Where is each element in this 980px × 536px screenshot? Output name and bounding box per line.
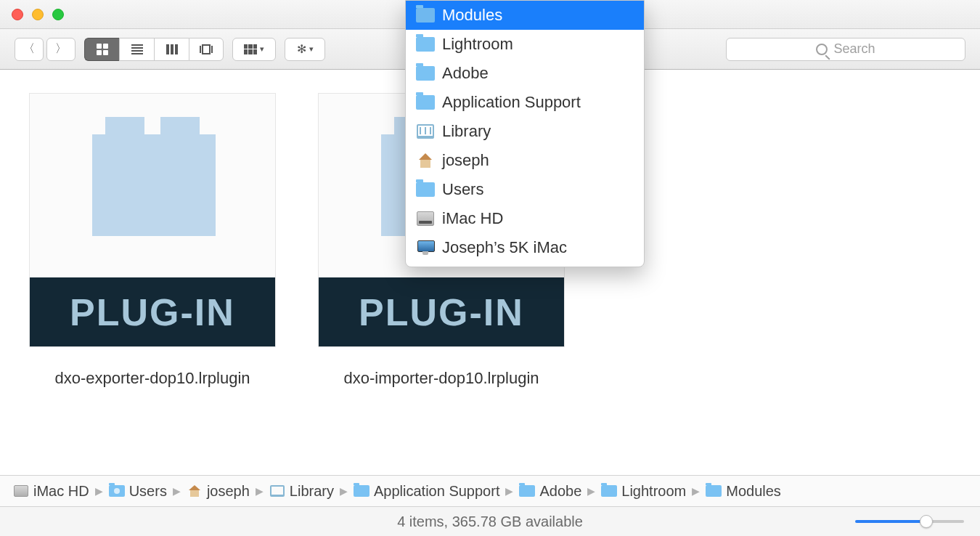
coverflow-icon bbox=[200, 44, 213, 54]
dropdown-item-label: Adobe bbox=[442, 64, 489, 83]
minimize-window-button[interactable] bbox=[32, 9, 44, 20]
path-segment-application-support[interactable]: Application Support bbox=[354, 483, 499, 500]
path-label: Users bbox=[129, 483, 167, 500]
path-separator-icon: ▶ bbox=[256, 485, 264, 497]
slider-track bbox=[855, 520, 964, 523]
folder-icon bbox=[519, 484, 535, 498]
dropdown-item-label: iMac HD bbox=[442, 209, 503, 228]
folder-icon bbox=[706, 484, 722, 498]
monitor-icon bbox=[416, 240, 435, 256]
path-separator-icon: ▶ bbox=[692, 485, 700, 497]
path-label: joseph bbox=[207, 483, 250, 500]
path-segment-library[interactable]: Library bbox=[269, 483, 334, 500]
folder-icon bbox=[416, 182, 435, 198]
folder-icon bbox=[416, 65, 435, 81]
file-label: dxo-exporter-dop10.lrplugin bbox=[54, 369, 250, 388]
path-segment-modules[interactable]: Modules bbox=[706, 483, 781, 500]
path-segment-imac-hd[interactable]: iMac HD bbox=[13, 483, 89, 500]
path-separator-icon: ▶ bbox=[340, 485, 348, 497]
folder-icon bbox=[416, 7, 435, 23]
view-coverflow-button[interactable] bbox=[189, 38, 224, 61]
path-dropdown-menu: Modules Lightroom Adobe Application Supp… bbox=[405, 0, 645, 267]
folder-icon bbox=[416, 94, 435, 110]
action-button[interactable]: ✻ ▾ bbox=[285, 38, 325, 61]
dropdown-item-label: Modules bbox=[442, 6, 502, 25]
chevron-down-icon: ▾ bbox=[260, 44, 264, 54]
path-label: Modules bbox=[726, 483, 781, 500]
status-text: 4 items, 365.78 GB available bbox=[397, 513, 583, 530]
dropdown-item-application-support[interactable]: Application Support bbox=[406, 88, 644, 117]
home-icon bbox=[187, 484, 203, 498]
search-icon bbox=[816, 44, 828, 55]
close-window-button[interactable] bbox=[12, 9, 23, 20]
path-label: Application Support bbox=[374, 483, 499, 500]
folder-icon bbox=[601, 484, 617, 498]
path-segment-users[interactable]: Users bbox=[109, 483, 167, 500]
disk-icon bbox=[13, 484, 29, 498]
path-label: Lightroom bbox=[621, 483, 686, 500]
plugin-file-icon: PLUG-IN bbox=[29, 93, 276, 347]
back-button[interactable]: 〈 bbox=[15, 38, 44, 61]
path-separator-icon: ▶ bbox=[173, 485, 181, 497]
folder-icon bbox=[109, 484, 125, 498]
grid-icon bbox=[97, 44, 108, 55]
path-segment-adobe[interactable]: Adobe bbox=[519, 483, 581, 500]
arrange-button[interactable]: ▾ bbox=[232, 38, 276, 61]
slider-thumb[interactable] bbox=[920, 515, 933, 528]
columns-icon bbox=[166, 44, 178, 54]
view-mode-segment bbox=[84, 38, 224, 61]
library-icon bbox=[416, 123, 435, 139]
path-separator-icon: ▶ bbox=[505, 485, 513, 497]
dropdown-item-lightroom[interactable]: Lightroom bbox=[406, 30, 644, 59]
chevron-right-icon: 〉 bbox=[55, 41, 67, 57]
dropdown-item-library[interactable]: Library bbox=[406, 117, 644, 146]
list-icon bbox=[131, 44, 143, 54]
path-segment-joseph[interactable]: joseph bbox=[187, 483, 250, 500]
view-column-button[interactable] bbox=[154, 38, 189, 61]
arrange-icon bbox=[244, 44, 257, 54]
dropdown-item-label: joseph bbox=[442, 151, 489, 170]
path-label: Library bbox=[290, 483, 334, 500]
gear-icon: ✻ bbox=[297, 42, 306, 56]
dropdown-item-label: Lightroom bbox=[442, 35, 513, 54]
path-separator-icon: ▶ bbox=[95, 485, 103, 497]
search-placeholder: Search bbox=[833, 41, 875, 57]
path-label: Adobe bbox=[539, 483, 581, 500]
chevron-down-icon: ▾ bbox=[309, 44, 314, 54]
forward-button[interactable]: 〉 bbox=[46, 38, 75, 61]
plugin-badge: PLUG-IN bbox=[319, 277, 564, 346]
path-separator-icon: ▶ bbox=[587, 485, 595, 497]
icon-size-slider[interactable] bbox=[855, 515, 964, 528]
library-icon bbox=[269, 484, 285, 498]
home-icon bbox=[416, 153, 435, 168]
dropdown-item-imac-hd[interactable]: iMac HD bbox=[406, 204, 644, 233]
search-field[interactable]: Search bbox=[726, 38, 965, 61]
dropdown-item-users[interactable]: Users bbox=[406, 175, 644, 204]
disk-icon bbox=[416, 211, 435, 227]
plugin-badge: PLUG-IN bbox=[30, 277, 275, 346]
zoom-window-button[interactable] bbox=[52, 9, 64, 20]
view-icon-button[interactable] bbox=[84, 38, 119, 61]
status-bar: 4 items, 365.78 GB available bbox=[0, 507, 980, 536]
folder-icon bbox=[416, 36, 435, 52]
view-list-button[interactable] bbox=[119, 38, 154, 61]
window-controls bbox=[12, 9, 64, 20]
file-item[interactable]: PLUG-IN dxo-exporter-dop10.lrplugin bbox=[29, 93, 276, 388]
path-bar: iMac HD ▶ Users ▶ joseph ▶ Library ▶ App… bbox=[0, 475, 980, 507]
dropdown-item-computer[interactable]: Joseph’s 5K iMac bbox=[406, 233, 644, 262]
folder-icon bbox=[354, 484, 369, 498]
nav-group: 〈 〉 bbox=[15, 38, 75, 61]
dropdown-item-label: Joseph’s 5K iMac bbox=[442, 238, 567, 257]
dropdown-item-modules[interactable]: Modules bbox=[406, 1, 644, 30]
dropdown-item-adobe[interactable]: Adobe bbox=[406, 59, 644, 88]
dropdown-item-joseph[interactable]: joseph bbox=[406, 146, 644, 175]
dropdown-item-label: Users bbox=[442, 180, 483, 199]
path-segment-lightroom[interactable]: Lightroom bbox=[601, 483, 686, 500]
dropdown-item-label: Application Support bbox=[442, 93, 581, 112]
path-label: iMac HD bbox=[33, 483, 89, 500]
chevron-left-icon: 〈 bbox=[23, 41, 35, 57]
dropdown-item-label: Library bbox=[442, 122, 491, 141]
file-label: dxo-importer-dop10.lrplugin bbox=[343, 369, 539, 388]
